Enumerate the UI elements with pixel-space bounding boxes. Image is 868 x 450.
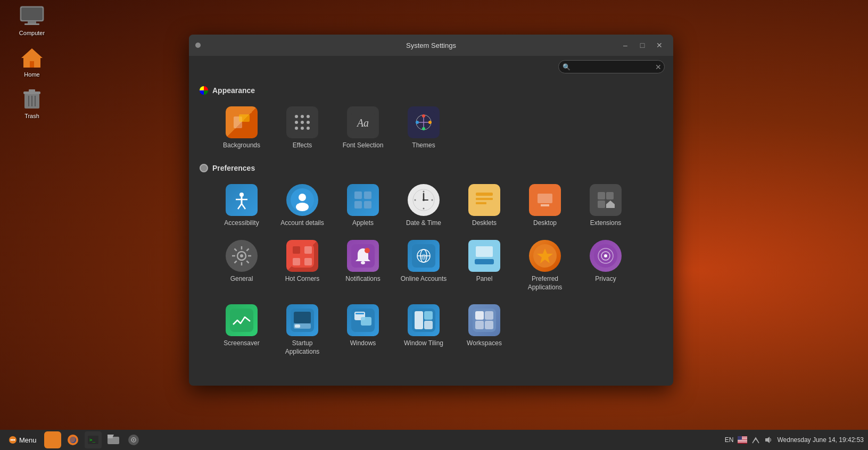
svg-rect-57 <box>476 202 486 204</box>
extensions-icon <box>590 184 622 216</box>
startup-label: Startup Applications <box>277 339 327 356</box>
svg-rect-59 <box>538 194 552 203</box>
search-input[interactable] <box>558 60 665 73</box>
svg-point-31 <box>428 121 432 124</box>
settings-item-notifications[interactable]: Notifications <box>334 235 392 297</box>
settings-item-screensaver[interactable]: Screensaver <box>212 299 271 361</box>
desktop-icons: Computer Home Trash <box>11 5 53 119</box>
menu-icon <box>9 436 17 444</box>
svg-point-97 <box>604 254 607 257</box>
general-label: General <box>230 275 253 284</box>
settings-item-workspaces[interactable]: Workspaces <box>455 299 514 361</box>
settings-item-font[interactable]: Aa Font Selection <box>334 101 392 155</box>
windows-label: Windows <box>350 339 376 348</box>
settings-item-preferred[interactable]: Preferred Applications <box>516 235 574 297</box>
settings-item-applets[interactable]: Applets <box>334 179 392 233</box>
settings-item-datetime[interactable]: Date & Time <box>394 179 453 233</box>
settings-item-account-details[interactable]: Account details <box>273 179 332 233</box>
taskbar-terminal[interactable]: >_ <box>85 431 102 448</box>
taskbar-settings[interactable] <box>125 431 142 448</box>
windowtiling-icon <box>408 304 440 336</box>
settings-item-effects[interactable]: Effects <box>273 101 332 155</box>
preferred-label: Preferred Applications <box>520 275 570 291</box>
settings-item-privacy[interactable]: Privacy <box>576 235 635 297</box>
search-icon: 🔍 <box>563 63 571 71</box>
volume-icon <box>764 436 773 444</box>
notifications-label: Notifications <box>345 275 380 284</box>
hotcorners-label: Hot Corners <box>285 275 320 284</box>
settings-item-windows[interactable]: Windows <box>334 299 392 361</box>
font-icon: Aa <box>347 106 379 138</box>
svg-rect-5 <box>30 61 34 68</box>
svg-rect-106 <box>356 313 364 314</box>
svg-point-17 <box>307 115 310 118</box>
settings-window: System Settings – □ ✕ 🔍 ✕ Appearance <box>189 35 673 386</box>
search-clear-icon[interactable]: ✕ <box>655 63 662 71</box>
desktop-icon-computer[interactable]: Computer <box>11 5 53 36</box>
applets-label: Applets <box>352 219 374 228</box>
taskbar-files[interactable] <box>105 431 122 448</box>
settings-item-general[interactable]: General <box>212 235 271 297</box>
svg-point-52 <box>415 199 416 201</box>
menu-button[interactable]: Menu <box>4 434 41 446</box>
themes-icon <box>408 106 440 138</box>
extensions-label: Extensions <box>590 219 622 228</box>
svg-rect-134 <box>738 436 742 440</box>
desklets-label: Desklets <box>472 219 497 228</box>
taskbar-firefox[interactable] <box>64 431 81 448</box>
settings-item-themes[interactable]: Themes <box>394 101 453 155</box>
close-button[interactable]: ✕ <box>652 39 667 51</box>
appearance-section-header: Appearance <box>200 86 663 95</box>
svg-rect-55 <box>476 193 493 196</box>
svg-point-22 <box>301 127 304 130</box>
settings-item-window-tiling[interactable]: Window Tiling <box>394 299 453 361</box>
privacy-label: Privacy <box>595 275 616 284</box>
svg-rect-113 <box>485 311 493 320</box>
screensaver-icon <box>226 304 258 336</box>
menu-label: Menu <box>19 436 37 444</box>
accessibility-label: Accessibility <box>224 219 259 228</box>
trash-label: Trash <box>24 113 39 119</box>
minimize-button[interactable]: – <box>618 39 633 51</box>
settings-item-extensions[interactable]: Extensions <box>576 179 635 233</box>
settings-item-online-accounts[interactable]: @ Online Accounts <box>394 235 453 297</box>
desktop-icon-home[interactable]: Home <box>11 47 53 78</box>
svg-rect-14 <box>239 114 250 122</box>
svg-point-21 <box>295 127 298 130</box>
taskbar-app-orange[interactable] <box>44 431 61 448</box>
lang-indicator[interactable]: EN <box>725 436 734 444</box>
svg-rect-8 <box>29 89 35 92</box>
search-bar-container: 🔍 ✕ <box>189 56 673 78</box>
settings-item-panel[interactable]: Panel <box>455 235 514 297</box>
settings-item-startup[interactable]: Startup Applications <box>273 299 332 361</box>
screensaver-label: Screensaver <box>224 339 259 348</box>
settings-item-hot-corners[interactable]: Hot Corners <box>273 235 332 297</box>
settings-item-desklets[interactable]: Desklets <box>455 179 514 233</box>
preferences-section-header: Preferences <box>200 164 663 172</box>
firefox-icon <box>67 434 79 446</box>
settings-item-backgrounds[interactable]: Backgrounds <box>212 101 271 155</box>
computer-icon <box>18 5 46 28</box>
svg-rect-109 <box>424 311 433 320</box>
svg-point-51 <box>423 207 425 209</box>
svg-point-50 <box>423 190 425 192</box>
home-label: Home <box>24 71 39 78</box>
svg-point-16 <box>301 115 304 118</box>
startup-icon <box>286 304 318 336</box>
font-label: Font Selection <box>343 141 384 150</box>
svg-text:>_: >_ <box>89 437 95 443</box>
svg-point-117 <box>11 439 12 441</box>
account-icon <box>286 184 318 216</box>
applets-icon <box>347 184 379 216</box>
svg-rect-62 <box>606 192 614 199</box>
settings-content: Appearance Backgrounds <box>189 78 673 386</box>
datetime-display: Wednesday June 14, 19:42:53 <box>777 436 864 444</box>
desktop-icon-trash[interactable]: Trash <box>11 88 53 119</box>
svg-rect-114 <box>475 321 484 329</box>
settings-item-desktop[interactable]: Desktop <box>516 179 574 233</box>
settings-item-accessibility[interactable]: Accessibility <box>212 179 271 233</box>
titlebar: System Settings – □ ✕ <box>189 35 673 56</box>
maximize-button[interactable]: □ <box>635 39 650 51</box>
svg-rect-132 <box>738 440 747 441</box>
svg-rect-56 <box>476 198 493 200</box>
